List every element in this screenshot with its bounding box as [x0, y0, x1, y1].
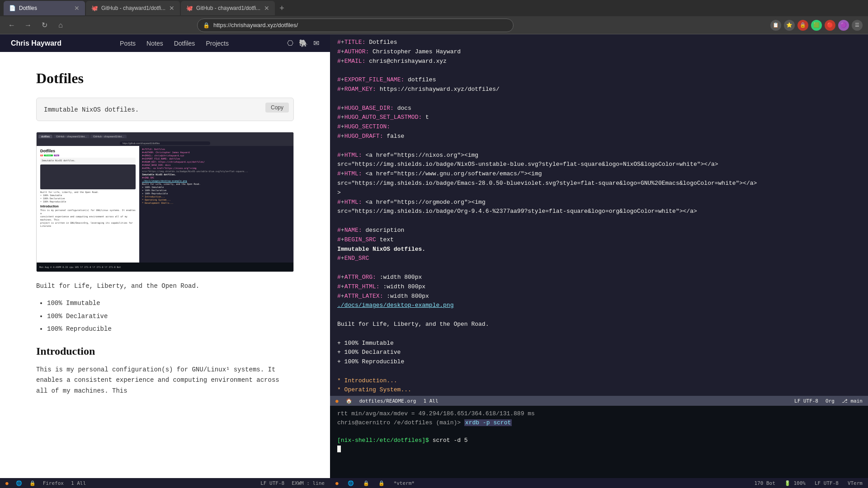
sys-utf8-right: LF UTF-8 — [815, 480, 839, 486]
editor-line-2: #+EMAIL: chris@chrishayward.xyz — [337, 57, 861, 66]
tab-favicon-dotfiles: 📄 — [9, 5, 15, 11]
editor-line-1: #+AUTHOR: Christopher James Hayward — [337, 47, 861, 57]
nav-icon-menu[interactable]: ☰ — [852, 20, 863, 31]
tab-favicon-github-1: 🐙 — [91, 5, 98, 11]
editor-status-bar: ● 🏠 dotfiles/README.org 1 All LF UTF-8 O… — [330, 396, 868, 406]
status-exwm: EXWM : line — [292, 480, 325, 486]
github-icon[interactable]: ⎔ — [287, 39, 293, 47]
tab-label-github-1: GitHub - chayward1/dotfi... — [101, 5, 165, 11]
editor-status-encoding: LF UTF-8 — [794, 398, 818, 404]
terminal-line-1: chris@acernitro /e/dotfiles (main)> xrdb… — [337, 418, 861, 427]
tab-github-1[interactable]: 🐙 GitHub - chayward1/dotfi... ✕ — [86, 1, 180, 15]
editor-line-20: #+NAME: description — [337, 226, 861, 235]
nav-link-projects[interactable]: Projects — [206, 40, 229, 47]
system-status-bar: ● 🌐 🔒 🔒 *vterm* 170 Bot 🔋 100% LF UTF-8 … — [330, 478, 868, 488]
address-bar[interactable]: 🔒 — [197, 19, 514, 32]
editor-status-home: 🏠 — [346, 398, 352, 404]
editor-line-32: + 100% Immutable — [337, 339, 861, 348]
sys-lock: 🔒 — [363, 480, 369, 486]
back-button[interactable]: ← — [5, 19, 18, 32]
tab-github-2[interactable]: 🐙 GitHub - chayward1/dotfi... ✕ — [181, 1, 275, 15]
terminal-line-0: rtt min/avg/max/mdev = 49.294/186.651/36… — [337, 409, 861, 418]
email-icon[interactable]: ✉ — [313, 39, 319, 47]
new-tab-button[interactable]: + — [276, 4, 288, 13]
copy-button[interactable]: Copy — [265, 103, 289, 113]
editor-line-24 — [337, 263, 861, 273]
editor-line-35 — [337, 367, 861, 376]
status-lock: 🔒 — [29, 480, 36, 486]
editor-line-8: #+HUGO_AUTO_SET_LASTMOD: t — [337, 113, 861, 122]
editor-line-0: #+TITLE: Dotfiles — [337, 38, 861, 47]
sys-vterm-right: VTerm — [848, 480, 863, 486]
sys-datetime: 170 Bot — [754, 480, 775, 486]
page-title: Dotfiles — [36, 70, 294, 87]
mastodon-icon[interactable]: 🐘 — [299, 39, 308, 47]
editor-line-27: #+ATTR_LATEX: :width 800px — [337, 292, 861, 301]
nav-icon-ext2[interactable]: 🔴 — [825, 20, 835, 31]
nav-link-dotfiles[interactable]: Dotfiles — [174, 40, 195, 47]
editor-line-14: #+HTML: <a href="https://www.gnu.org/sof… — [337, 169, 861, 179]
nav-icon-shield[interactable]: 🔒 — [797, 20, 808, 31]
editor-line-21: #+BEGIN_SRC text — [337, 235, 861, 245]
bullet-item-1: 100% Declarative — [47, 311, 294, 321]
bullet-item-0: 100% Immutable — [47, 298, 294, 308]
nav-icon-star[interactable]: ⭐ — [784, 20, 795, 31]
tab-close-github-2[interactable]: ✕ — [264, 5, 269, 12]
terminal-area[interactable]: rtt min/avg/max/mdev = 49.294/186.651/36… — [330, 406, 868, 478]
editor-line-31 — [337, 329, 861, 339]
editor-status-mode: Org — [826, 398, 835, 404]
status-encoding-left: LF UTF-8 — [260, 480, 284, 486]
reload-button[interactable]: ↻ — [38, 19, 51, 32]
site-nav-icons: ⎔ 🐘 ✉ — [287, 39, 319, 47]
terminal-cursor[interactable] — [337, 445, 861, 454]
section-intro-title: Introduction — [36, 345, 294, 357]
tab-label-dotfiles: Dotfiles — [19, 5, 71, 11]
editor-line-6 — [337, 94, 861, 104]
terminal-line-prompt: [nix-shell:/etc/dotfiles]$ scrot -d 5 — [337, 436, 861, 445]
editor-line-4: #+EXPORT_FILE_NAME: dotfiles — [337, 75, 861, 85]
status-globe: 🌐 — [16, 480, 22, 486]
editor-line-15: src="https://img.shields.io/badge/Emacs-… — [337, 179, 861, 188]
nav-icon-ext1[interactable]: 🟩 — [811, 20, 822, 31]
editor-line-7: #+HUGO_BASE_DIR: docs — [337, 104, 861, 113]
editor-status-dot: ● — [335, 398, 339, 404]
editor-status-info: 1 All — [423, 398, 438, 404]
tab-label-github-2: GitHub - chayward1/dotfi... — [196, 5, 260, 11]
editor-line-37: * Operating System... — [337, 385, 861, 395]
lock-icon: 🔒 — [203, 22, 210, 28]
editor-line-13: src="https://img.shields.io/badge/NixOS-… — [337, 160, 861, 169]
tab-bar: 📄 Dotfiles ✕ 🐙 GitHub - chayward1/dotfi.… — [0, 0, 868, 16]
address-input[interactable] — [213, 22, 508, 28]
forward-button[interactable]: → — [22, 19, 34, 32]
sys-battery: 🔋 100% — [784, 480, 806, 486]
screenshot-image: dotfiles GitHub - chayward1/dot... GitHu… — [36, 132, 294, 272]
nav-icons: 📋 ⭐ 🔒 🟩 🔴 🟣 ☰ — [770, 20, 863, 31]
editor-line-22: Immutable NixOS dotfiles. — [337, 245, 861, 254]
tab-close-dotfiles[interactable]: ✕ — [74, 5, 80, 12]
editor-line-17: #+HTML: <a href="https://orgmode.org"><i… — [337, 198, 861, 207]
terminal-line-blank — [337, 427, 861, 436]
nav-icon-ext3[interactable]: 🟣 — [838, 20, 849, 31]
editor-line-33: + 100% Declarative — [337, 348, 861, 357]
main-area: Chris Hayward Posts Notes Dotfiles Proje… — [0, 34, 868, 488]
nav-icon-bookmark[interactable]: 📋 — [770, 20, 781, 31]
nav-link-notes[interactable]: Notes — [146, 40, 163, 47]
editor-status-file: dotfiles/README.org — [359, 398, 416, 404]
nav-link-posts[interactable]: Posts — [120, 40, 136, 47]
editor-content[interactable]: #+TITLE: Dotfiles #+AUTHOR: Christopher … — [330, 34, 868, 396]
sys-vterm-label: 🔒 — [378, 480, 385, 486]
code-text: Immutable NixOS dotfiles. — [44, 106, 139, 113]
editor-line-12: #+HTML: <a href="https://nixos.org"><img — [337, 151, 861, 160]
status-all: 1 All — [71, 480, 86, 486]
tab-close-github-1[interactable]: ✕ — [169, 5, 175, 12]
editor-line-11 — [337, 141, 861, 151]
editor-status-branch: ⎇ main — [842, 398, 863, 404]
home-button[interactable]: ⌂ — [54, 19, 67, 32]
editor-line-36: * Introduction... — [337, 376, 861, 386]
editor-line-29 — [337, 310, 861, 320]
editor-line-25: #+ATTR_ORG: :width 800px — [337, 273, 861, 282]
tab-dotfiles[interactable]: 📄 Dotfiles ✕ — [4, 1, 85, 15]
browser-content: Chris Hayward Posts Notes Dotfiles Proje… — [0, 34, 330, 488]
editor-line-34: + 100% Reproducible — [337, 357, 861, 367]
body-text: Built for Life, Liberty, and the Open Ro… — [36, 281, 294, 291]
